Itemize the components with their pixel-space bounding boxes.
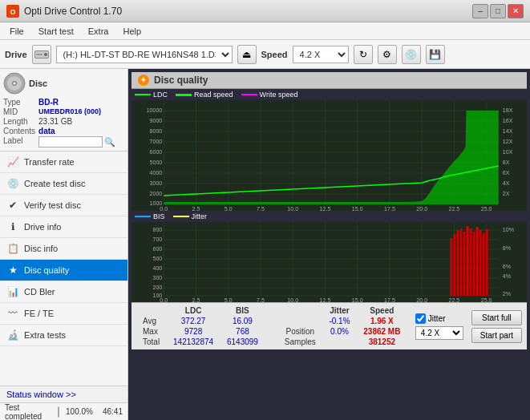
svg-text:5.0: 5.0 [225, 206, 233, 211]
disc-contents-value: data [38, 127, 124, 135]
sidebar-item-label: Disc info [24, 244, 58, 253]
svg-text:0.0: 0.0 [160, 206, 168, 211]
sidebar-item-drive-info[interactable]: ℹ Drive info [0, 216, 127, 238]
speed-select[interactable]: 4.2 X [293, 46, 349, 63]
svg-text:1000: 1000 [150, 200, 163, 206]
disc-type-label: Type [3, 98, 35, 107]
disc-length-label: Length [3, 117, 35, 126]
svg-text:8X: 8X [503, 160, 510, 165]
nav-items: 📈 Transfer rate 💿 Create test disc ✔ Ver… [0, 151, 127, 386]
sidebar-item-label: FE / TE [24, 309, 54, 318]
svg-text:12.5: 12.5 [320, 297, 331, 302]
sidebar-item-cd-bler[interactable]: 📊 CD Bler [0, 281, 127, 303]
panel-icon: ✦ [138, 75, 149, 86]
sidebar-item-verify-test-disc[interactable]: ✔ Verify test disc [0, 195, 127, 216]
svg-text:6000: 6000 [150, 149, 163, 155]
svg-text:10.0: 10.0 [287, 206, 298, 211]
svg-text:600: 600 [152, 246, 162, 252]
transfer-rate-icon: 📈 [6, 155, 19, 168]
start-part-button[interactable]: Start part [471, 328, 522, 343]
read-speed-color [176, 94, 192, 96]
drive-info-icon: ℹ [6, 220, 19, 233]
disc-panel: Disc Type BD-R MID UMEBDR016 (000) Lengt… [0, 69, 127, 151]
svg-text:2.5: 2.5 [192, 297, 200, 302]
label-icon[interactable]: 🔍 [104, 137, 115, 147]
sidebar-item-extra-tests[interactable]: 🔬 Extra tests [0, 325, 127, 346]
maximize-button[interactable]: □ [490, 4, 506, 18]
sidebar-item-disc-info[interactable]: 📋 Disc info [0, 238, 127, 260]
speed-dropdown[interactable]: 4.2 X [415, 326, 463, 340]
media-button[interactable]: 💿 [402, 45, 421, 64]
toolbar: Drive (H:) HL-DT-ST BD-RE WH16NS48 1.D3 … [0, 40, 530, 69]
svg-text:6%: 6% [503, 264, 511, 269]
menu-help[interactable]: Help [116, 25, 148, 38]
sidebar-item-create-test-disc[interactable]: 💿 Create test disc [0, 173, 127, 195]
svg-text:16X: 16X [503, 118, 513, 123]
svg-text:12.5: 12.5 [320, 206, 331, 211]
disc-mid-label: MID [3, 107, 35, 116]
max-label: Max [136, 326, 167, 337]
save-button[interactable]: 💾 [426, 45, 445, 64]
avg-jitter: -0.1% [322, 316, 357, 326]
legend-write-speed: Write speed [241, 91, 298, 99]
svg-text:22.5: 22.5 [449, 297, 460, 302]
disc-info-icon: 📋 [6, 242, 19, 255]
svg-rect-109 [456, 230, 459, 296]
minimize-button[interactable]: – [472, 4, 488, 18]
total-samples: 381252 [357, 337, 407, 347]
write-speed-color [241, 94, 257, 95]
sidebar-item-disc-quality[interactable]: ★ Disc quality [0, 260, 127, 281]
disc-info-grid: Type BD-R MID UMEBDR016 (000) Length 23.… [3, 98, 124, 147]
menu-file[interactable]: File [3, 25, 30, 38]
samples-label: Samples [277, 337, 322, 347]
svg-text:2.5: 2.5 [192, 206, 200, 211]
status-window[interactable]: Status window >> [0, 386, 127, 402]
svg-rect-110 [459, 228, 462, 296]
eject-button[interactable]: ⏏ [237, 45, 257, 64]
svg-rect-107 [450, 238, 452, 296]
max-bis: 768 [220, 326, 265, 337]
sidebar-item-label: Create test disc [24, 179, 85, 188]
settings-button[interactable]: ⚙ [378, 45, 397, 64]
menu-extra[interactable]: Extra [82, 25, 115, 38]
svg-text:700: 700 [152, 236, 162, 242]
jitter-checkbox[interactable] [415, 313, 426, 324]
disc-icon [3, 72, 26, 95]
close-button[interactable]: ✕ [508, 4, 524, 18]
sidebar-item-label: Drive info [24, 222, 61, 232]
svg-text:17.5: 17.5 [384, 206, 395, 211]
svg-text:9000: 9000 [150, 118, 163, 123]
main-content: ✦ Disc quality LDC Read speed Write spee… [128, 69, 530, 420]
sidebar-item-fe-te[interactable]: 〰 FE / TE [0, 303, 127, 325]
jitter-color [173, 216, 189, 217]
panel-header: ✦ Disc quality [131, 72, 527, 89]
drive-select[interactable]: (H:) HL-DT-ST BD-RE WH16NS48 1.D3 [56, 46, 233, 63]
drive-label: Drive [5, 50, 27, 59]
start-full-button[interactable]: Start full [471, 310, 522, 325]
disc-label-input[interactable] [38, 136, 103, 147]
max-position: 23862 MB [357, 326, 407, 337]
svg-rect-112 [467, 226, 469, 296]
menu-start-test[interactable]: Start test [32, 25, 80, 38]
sidebar-item-transfer-rate[interactable]: 📈 Transfer rate [0, 151, 127, 173]
refresh-button[interactable]: ↻ [354, 45, 373, 64]
svg-text:7.5: 7.5 [257, 206, 265, 211]
bis-color [135, 216, 151, 217]
svg-text:22.5: 22.5 [449, 206, 460, 211]
title-bar-left: O Opti Drive Control 1.70 [6, 5, 122, 18]
svg-text:5.0: 5.0 [225, 297, 233, 302]
avg-label: Avg [136, 316, 167, 326]
bis-label: BIS [153, 212, 165, 220]
sidebar-status-bar: Test completed 100.0% 46:41 [0, 402, 127, 420]
svg-text:400: 400 [152, 265, 162, 271]
svg-text:2X: 2X [503, 191, 510, 196]
bottom-chart-legend: BIS Jitter [131, 211, 527, 222]
disc-contents-label: Contents [3, 127, 35, 135]
jitter-checkbox-row: Jitter [415, 313, 463, 324]
disc-title: Disc [29, 79, 47, 88]
top-chart-area: 10000 9000 8000 7000 6000 5000 4000 3000… [131, 100, 527, 211]
svg-text:3000: 3000 [150, 180, 163, 186]
svg-text:12X: 12X [503, 139, 513, 144]
legend-ldc: LDC [135, 91, 168, 99]
disc-length-value: 23.31 GB [38, 117, 124, 126]
